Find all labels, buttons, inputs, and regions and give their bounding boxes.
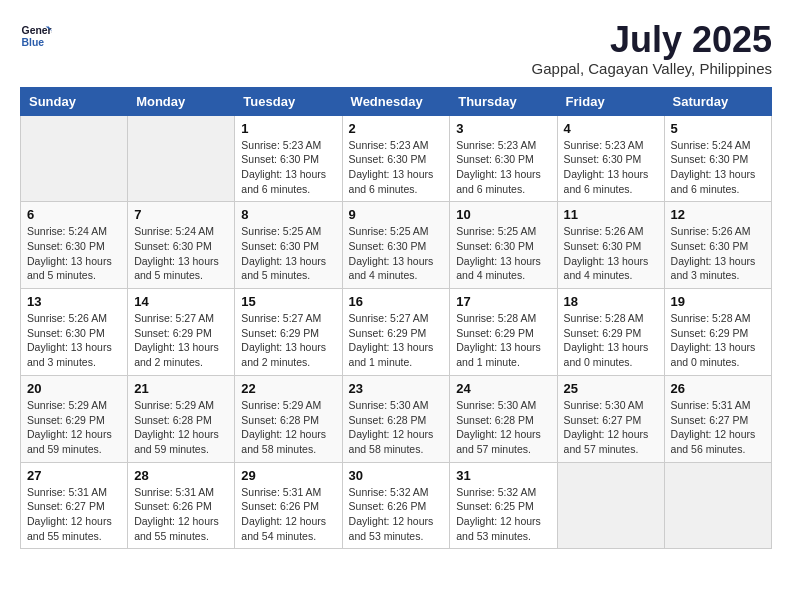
calendar-cell: 3Sunrise: 5:23 AM Sunset: 6:30 PM Daylig…	[450, 115, 557, 202]
svg-text:Blue: Blue	[22, 37, 45, 48]
calendar-body: 1Sunrise: 5:23 AM Sunset: 6:30 PM Daylig…	[21, 115, 772, 549]
day-number: 6	[27, 207, 121, 222]
day-info: Sunrise: 5:24 AM Sunset: 6:30 PM Dayligh…	[134, 224, 228, 283]
weekday-header-monday: Monday	[128, 87, 235, 115]
day-number: 17	[456, 294, 550, 309]
day-number: 21	[134, 381, 228, 396]
day-info: Sunrise: 5:23 AM Sunset: 6:30 PM Dayligh…	[241, 138, 335, 197]
calendar-cell: 22Sunrise: 5:29 AM Sunset: 6:28 PM Dayli…	[235, 375, 342, 462]
day-info: Sunrise: 5:31 AM Sunset: 6:27 PM Dayligh…	[27, 485, 121, 544]
day-number: 9	[349, 207, 444, 222]
page-header: General Blue July 2025 Gappal, Cagayan V…	[20, 20, 772, 77]
day-info: Sunrise: 5:26 AM Sunset: 6:30 PM Dayligh…	[671, 224, 765, 283]
weekday-header-thursday: Thursday	[450, 87, 557, 115]
calendar-cell: 16Sunrise: 5:27 AM Sunset: 6:29 PM Dayli…	[342, 289, 450, 376]
location-subtitle: Gappal, Cagayan Valley, Philippines	[532, 60, 772, 77]
calendar-cell: 8Sunrise: 5:25 AM Sunset: 6:30 PM Daylig…	[235, 202, 342, 289]
weekday-header-sunday: Sunday	[21, 87, 128, 115]
day-info: Sunrise: 5:23 AM Sunset: 6:30 PM Dayligh…	[456, 138, 550, 197]
day-number: 1	[241, 121, 335, 136]
calendar-cell: 9Sunrise: 5:25 AM Sunset: 6:30 PM Daylig…	[342, 202, 450, 289]
day-number: 4	[564, 121, 658, 136]
calendar-cell: 13Sunrise: 5:26 AM Sunset: 6:30 PM Dayli…	[21, 289, 128, 376]
calendar-cell: 28Sunrise: 5:31 AM Sunset: 6:26 PM Dayli…	[128, 462, 235, 549]
day-info: Sunrise: 5:31 AM Sunset: 6:26 PM Dayligh…	[134, 485, 228, 544]
day-number: 25	[564, 381, 658, 396]
calendar-week-row: 6Sunrise: 5:24 AM Sunset: 6:30 PM Daylig…	[21, 202, 772, 289]
weekday-header-friday: Friday	[557, 87, 664, 115]
calendar-cell	[557, 462, 664, 549]
calendar-cell: 5Sunrise: 5:24 AM Sunset: 6:30 PM Daylig…	[664, 115, 771, 202]
calendar-cell: 31Sunrise: 5:32 AM Sunset: 6:25 PM Dayli…	[450, 462, 557, 549]
calendar-cell: 23Sunrise: 5:30 AM Sunset: 6:28 PM Dayli…	[342, 375, 450, 462]
calendar-week-row: 20Sunrise: 5:29 AM Sunset: 6:29 PM Dayli…	[21, 375, 772, 462]
calendar-cell: 21Sunrise: 5:29 AM Sunset: 6:28 PM Dayli…	[128, 375, 235, 462]
calendar-cell: 18Sunrise: 5:28 AM Sunset: 6:29 PM Dayli…	[557, 289, 664, 376]
month-year-title: July 2025	[532, 20, 772, 60]
calendar-cell: 7Sunrise: 5:24 AM Sunset: 6:30 PM Daylig…	[128, 202, 235, 289]
day-number: 18	[564, 294, 658, 309]
calendar-cell: 6Sunrise: 5:24 AM Sunset: 6:30 PM Daylig…	[21, 202, 128, 289]
weekday-header-tuesday: Tuesday	[235, 87, 342, 115]
day-info: Sunrise: 5:23 AM Sunset: 6:30 PM Dayligh…	[349, 138, 444, 197]
calendar-table: SundayMondayTuesdayWednesdayThursdayFrid…	[20, 87, 772, 550]
day-info: Sunrise: 5:26 AM Sunset: 6:30 PM Dayligh…	[27, 311, 121, 370]
day-number: 15	[241, 294, 335, 309]
day-info: Sunrise: 5:24 AM Sunset: 6:30 PM Dayligh…	[671, 138, 765, 197]
calendar-week-row: 13Sunrise: 5:26 AM Sunset: 6:30 PM Dayli…	[21, 289, 772, 376]
calendar-cell: 20Sunrise: 5:29 AM Sunset: 6:29 PM Dayli…	[21, 375, 128, 462]
calendar-cell: 14Sunrise: 5:27 AM Sunset: 6:29 PM Dayli…	[128, 289, 235, 376]
day-number: 28	[134, 468, 228, 483]
day-info: Sunrise: 5:28 AM Sunset: 6:29 PM Dayligh…	[564, 311, 658, 370]
day-info: Sunrise: 5:28 AM Sunset: 6:29 PM Dayligh…	[456, 311, 550, 370]
day-number: 22	[241, 381, 335, 396]
day-number: 14	[134, 294, 228, 309]
day-number: 2	[349, 121, 444, 136]
day-info: Sunrise: 5:31 AM Sunset: 6:26 PM Dayligh…	[241, 485, 335, 544]
day-info: Sunrise: 5:27 AM Sunset: 6:29 PM Dayligh…	[349, 311, 444, 370]
day-number: 5	[671, 121, 765, 136]
calendar-cell: 24Sunrise: 5:30 AM Sunset: 6:28 PM Dayli…	[450, 375, 557, 462]
calendar-cell: 11Sunrise: 5:26 AM Sunset: 6:30 PM Dayli…	[557, 202, 664, 289]
day-number: 12	[671, 207, 765, 222]
day-number: 27	[27, 468, 121, 483]
calendar-cell: 15Sunrise: 5:27 AM Sunset: 6:29 PM Dayli…	[235, 289, 342, 376]
day-info: Sunrise: 5:30 AM Sunset: 6:28 PM Dayligh…	[456, 398, 550, 457]
calendar-week-row: 27Sunrise: 5:31 AM Sunset: 6:27 PM Dayli…	[21, 462, 772, 549]
day-info: Sunrise: 5:29 AM Sunset: 6:28 PM Dayligh…	[134, 398, 228, 457]
calendar-cell: 4Sunrise: 5:23 AM Sunset: 6:30 PM Daylig…	[557, 115, 664, 202]
weekday-header-saturday: Saturday	[664, 87, 771, 115]
calendar-cell: 25Sunrise: 5:30 AM Sunset: 6:27 PM Dayli…	[557, 375, 664, 462]
day-number: 30	[349, 468, 444, 483]
calendar-header-row: SundayMondayTuesdayWednesdayThursdayFrid…	[21, 87, 772, 115]
calendar-cell: 19Sunrise: 5:28 AM Sunset: 6:29 PM Dayli…	[664, 289, 771, 376]
day-number: 24	[456, 381, 550, 396]
day-number: 10	[456, 207, 550, 222]
calendar-cell: 2Sunrise: 5:23 AM Sunset: 6:30 PM Daylig…	[342, 115, 450, 202]
calendar-cell	[21, 115, 128, 202]
calendar-cell: 30Sunrise: 5:32 AM Sunset: 6:26 PM Dayli…	[342, 462, 450, 549]
calendar-cell: 1Sunrise: 5:23 AM Sunset: 6:30 PM Daylig…	[235, 115, 342, 202]
day-number: 20	[27, 381, 121, 396]
day-number: 3	[456, 121, 550, 136]
day-info: Sunrise: 5:29 AM Sunset: 6:28 PM Dayligh…	[241, 398, 335, 457]
day-info: Sunrise: 5:30 AM Sunset: 6:27 PM Dayligh…	[564, 398, 658, 457]
day-info: Sunrise: 5:27 AM Sunset: 6:29 PM Dayligh…	[241, 311, 335, 370]
day-info: Sunrise: 5:25 AM Sunset: 6:30 PM Dayligh…	[456, 224, 550, 283]
day-info: Sunrise: 5:30 AM Sunset: 6:28 PM Dayligh…	[349, 398, 444, 457]
calendar-cell: 12Sunrise: 5:26 AM Sunset: 6:30 PM Dayli…	[664, 202, 771, 289]
day-info: Sunrise: 5:31 AM Sunset: 6:27 PM Dayligh…	[671, 398, 765, 457]
day-info: Sunrise: 5:29 AM Sunset: 6:29 PM Dayligh…	[27, 398, 121, 457]
logo: General Blue	[20, 20, 52, 52]
weekday-header-wednesday: Wednesday	[342, 87, 450, 115]
day-info: Sunrise: 5:24 AM Sunset: 6:30 PM Dayligh…	[27, 224, 121, 283]
calendar-cell: 17Sunrise: 5:28 AM Sunset: 6:29 PM Dayli…	[450, 289, 557, 376]
day-number: 7	[134, 207, 228, 222]
day-info: Sunrise: 5:23 AM Sunset: 6:30 PM Dayligh…	[564, 138, 658, 197]
day-number: 31	[456, 468, 550, 483]
day-number: 16	[349, 294, 444, 309]
logo-icon: General Blue	[20, 20, 52, 52]
calendar-cell	[664, 462, 771, 549]
day-info: Sunrise: 5:25 AM Sunset: 6:30 PM Dayligh…	[241, 224, 335, 283]
day-info: Sunrise: 5:27 AM Sunset: 6:29 PM Dayligh…	[134, 311, 228, 370]
